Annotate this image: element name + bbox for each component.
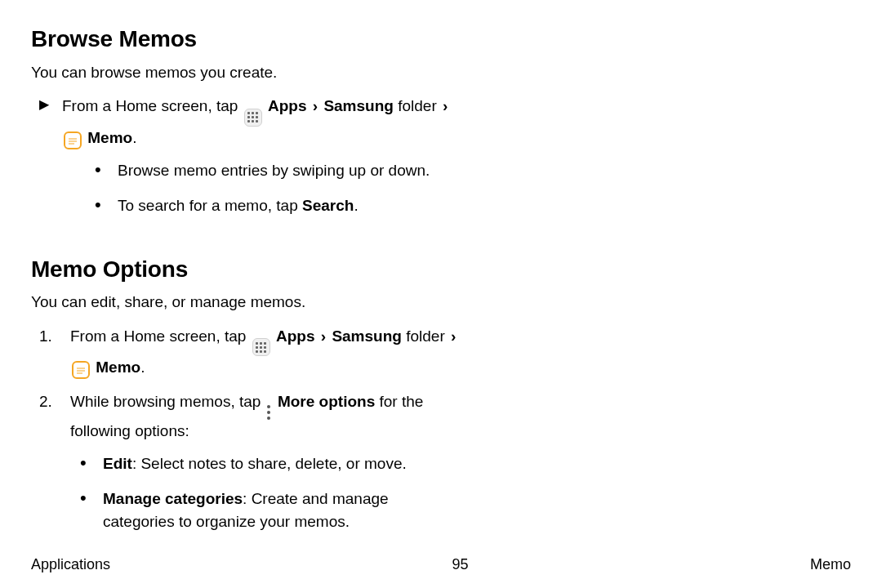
footer-left: Applications xyxy=(31,554,110,575)
chevron-icon: › xyxy=(449,327,457,345)
folder-word: folder xyxy=(398,97,441,114)
footer-right: Memo xyxy=(810,554,851,575)
folder-word: folder xyxy=(406,327,449,345)
bullet-search-pre: To search for a memo, tap xyxy=(118,197,302,214)
instruction-row: ▶ From a Home screen, tap Apps › Samsung… xyxy=(39,95,851,230)
samsung-folder-label: Samsung xyxy=(332,327,402,345)
samsung-folder-label: Samsung xyxy=(323,97,394,114)
bullet-manage-categories: Manage categories: Create and manage cat… xyxy=(80,488,446,532)
bullet-search-post: . xyxy=(354,197,358,214)
step-1: From a Home screen, tap Apps › Samsung f… xyxy=(39,325,479,380)
browse-memos-heading: Browse Memos xyxy=(31,23,851,56)
more-options-icon xyxy=(267,405,270,420)
chevron-icon: › xyxy=(441,97,449,114)
browse-memos-intro: You can browse memos you create. xyxy=(31,61,851,84)
memo-label: Memo xyxy=(87,129,132,146)
bullet-edit: Edit: Select notes to share, delete, or … xyxy=(80,452,479,475)
bullet-edit-bold: Edit xyxy=(103,455,132,472)
apps-label: Apps xyxy=(268,97,307,114)
step2-pre: While browsing memos, tap xyxy=(70,393,265,410)
text-lead: From a Home screen, tap xyxy=(62,97,243,114)
memo-label: Memo xyxy=(96,359,140,376)
chevron-icon: › xyxy=(311,97,319,114)
apps-label: Apps xyxy=(276,327,315,345)
bullet-manage-bold: Manage categories xyxy=(103,490,243,507)
apps-icon xyxy=(244,109,262,127)
memo-options-intro: You can edit, share, or manage memos. xyxy=(31,291,851,314)
memo-icon xyxy=(64,131,82,149)
footer-page-number: 95 xyxy=(452,554,469,575)
play-icon: ▶ xyxy=(39,95,62,114)
bullet-search: To search for a memo, tap Search. xyxy=(95,194,454,217)
bullet-browse-swipe: Browse memo entries by swiping up or dow… xyxy=(95,159,454,182)
page-footer: Applications 95 Memo xyxy=(31,554,851,575)
chevron-icon: › xyxy=(319,327,327,345)
bullet-search-bold: Search xyxy=(302,197,354,214)
memo-icon xyxy=(72,361,90,379)
more-options-label: More options xyxy=(278,393,375,410)
period: . xyxy=(132,129,136,146)
text-lead: From a Home screen, tap xyxy=(70,327,251,345)
step-2: While browsing memos, tap More options f… xyxy=(39,390,479,532)
memo-options-heading: Memo Options xyxy=(31,253,851,287)
period: . xyxy=(140,359,145,376)
bullet-edit-rest: : Select notes to share, delete, or move… xyxy=(132,455,407,472)
apps-icon xyxy=(252,338,270,356)
